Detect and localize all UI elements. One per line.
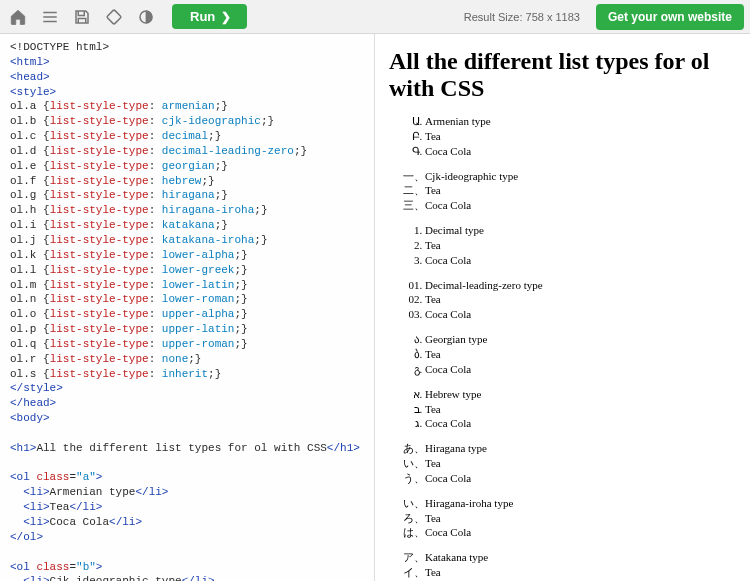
preview-list: Hiragana typeTeaCoca Cola [425, 441, 736, 486]
chevron-right-icon: ❯ [221, 10, 231, 24]
list-item: Tea [425, 456, 736, 471]
list-item: Armenian type [425, 114, 736, 129]
list-item: Tea [425, 183, 736, 198]
preview-list: Decimal-leading-zero typeTeaCoca Cola [425, 278, 736, 323]
list-item: Coca Cola [425, 253, 736, 268]
menu-icon[interactable] [38, 5, 62, 29]
preview-list: Katakana typeTeaCoca Cola [425, 550, 736, 581]
list-item: Coca Cola [425, 307, 736, 322]
preview-list: Decimal typeTeaCoca Cola [425, 223, 736, 268]
list-item: Coca Cola [425, 362, 736, 377]
list-item: Tea [425, 402, 736, 417]
toolbar: Run ❯ Result Size: 758 x 1183 Get your o… [0, 0, 750, 34]
list-item: Tea [425, 565, 736, 580]
home-icon[interactable] [6, 5, 30, 29]
svg-rect-0 [107, 9, 122, 24]
list-item: Hiragana type [425, 441, 736, 456]
list-item: Tea [425, 292, 736, 307]
save-icon[interactable] [70, 5, 94, 29]
list-item: Georgian type [425, 332, 736, 347]
panes: <!DOCTYPE html> <html> <head> <style> ol… [0, 34, 750, 581]
preview-pane: All the different list types for ol with… [375, 34, 750, 581]
preview-list: Cjk-ideographic typeTeaCoca Cola [425, 169, 736, 214]
rotate-icon[interactable] [102, 5, 126, 29]
list-item: Hiragana-iroha type [425, 496, 736, 511]
list-item: Tea [425, 511, 736, 526]
preview-list: Hebrew typeTeaCoca Cola [425, 387, 736, 432]
list-item: Decimal type [425, 223, 736, 238]
run-button[interactable]: Run ❯ [172, 4, 247, 29]
preview-list: Georgian typeTeaCoca Cola [425, 332, 736, 377]
preview-lists: Armenian typeTeaCoca ColaCjk-ideographic… [389, 114, 736, 581]
preview-heading: All the different list types for ol with… [389, 48, 736, 102]
result-size-label: Result Size: 758 x 1183 [464, 11, 580, 23]
list-item: Tea [425, 238, 736, 253]
list-item: Coca Cola [425, 198, 736, 213]
list-item: Coca Cola [425, 416, 736, 431]
list-item: Coca Cola [425, 144, 736, 159]
list-item: Tea [425, 347, 736, 362]
list-item: Coca Cola [425, 471, 736, 486]
preview-list: Armenian typeTeaCoca Cola [425, 114, 736, 159]
list-item: Decimal-leading-zero type [425, 278, 736, 293]
list-item: Cjk-ideographic type [425, 169, 736, 184]
preview-list: Hiragana-iroha typeTeaCoca Cola [425, 496, 736, 541]
theme-icon[interactable] [134, 5, 158, 29]
run-label: Run [190, 9, 215, 24]
list-item: Tea [425, 129, 736, 144]
list-item: Coca Cola [425, 525, 736, 540]
get-own-website-button[interactable]: Get your own website [596, 4, 744, 30]
code-editor[interactable]: <!DOCTYPE html> <html> <head> <style> ol… [0, 34, 375, 581]
list-item: Hebrew type [425, 387, 736, 402]
list-item: Katakana type [425, 550, 736, 565]
